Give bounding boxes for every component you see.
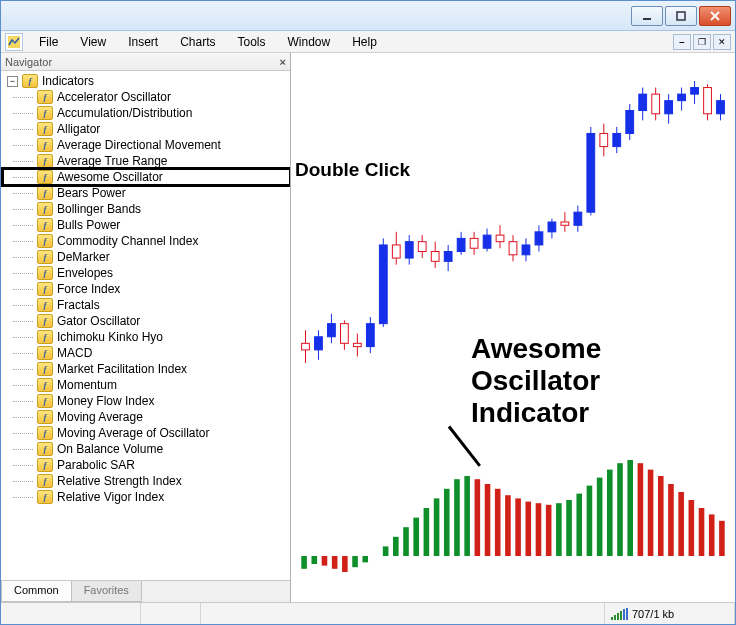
fx-icon: f (37, 458, 53, 472)
maximize-button[interactable] (665, 6, 697, 26)
svg-rect-30 (457, 238, 465, 251)
tree-item[interactable]: fMoving Average (3, 409, 290, 425)
tree-item[interactable]: fForce Index (3, 281, 290, 297)
navigator-close-icon[interactable]: × (280, 56, 286, 68)
tree-item[interactable]: fOn Balance Volume (3, 441, 290, 457)
close-button[interactable] (699, 6, 731, 26)
fx-icon: f (37, 90, 53, 104)
tree-item[interactable]: fAwesome Oscillator (3, 169, 290, 185)
collapse-icon[interactable]: − (7, 76, 18, 87)
tree-item-label: Accelerator Oscillator (57, 90, 171, 104)
tree-item[interactable]: fAlligator (3, 121, 290, 137)
window-titlebar (1, 1, 735, 31)
tree-item-label: Momentum (57, 378, 117, 392)
tree-item[interactable]: fAccumulation/Distribution (3, 105, 290, 121)
tree-item[interactable]: fDeMarker (3, 249, 290, 265)
menu-file[interactable]: File (29, 33, 68, 51)
tree-item-label: Bollinger Bands (57, 202, 141, 216)
navigator-panel: Navigator × − f Indicators fAccelerator … (1, 53, 291, 602)
fx-icon: f (37, 490, 53, 504)
tree-item[interactable]: fAverage Directional Movement (3, 137, 290, 153)
tree-item[interactable]: fEnvelopes (3, 265, 290, 281)
tree-item[interactable]: fBulls Power (3, 217, 290, 233)
tree-item[interactable]: fBollinger Bands (3, 201, 290, 217)
tree-item-label: Gator Oscillator (57, 314, 140, 328)
status-cell (141, 603, 201, 624)
navigator-title: Navigator (5, 56, 52, 68)
tab-favorites[interactable]: Favorites (71, 581, 142, 602)
tree-item-label: Awesome Oscillator (57, 170, 163, 184)
tree-item[interactable]: fMomentum (3, 377, 290, 393)
fx-icon: f (37, 170, 53, 184)
fx-icon: f (37, 410, 53, 424)
svg-rect-60 (652, 94, 660, 114)
mdi-restore-button[interactable]: ❐ (693, 34, 711, 50)
tree-item[interactable]: fGator Oscillator (3, 313, 290, 329)
tree-item-label: Ichimoku Kinko Hyo (57, 330, 163, 344)
fx-icon: f (37, 138, 53, 152)
tree-item-label: Bulls Power (57, 218, 120, 232)
fx-icon: f (37, 266, 53, 280)
price-chart (291, 53, 735, 601)
tree-item[interactable]: fMarket Facilitation Index (3, 361, 290, 377)
fx-icon: f (37, 362, 53, 376)
chart-area[interactable]: Double Click AwesomeOscillatorIndicator (291, 53, 735, 602)
status-cell (201, 603, 605, 624)
tree-item-label: Average True Range (57, 154, 168, 168)
tree-item[interactable]: fMACD (3, 345, 290, 361)
status-connection: 707/1 kb (605, 603, 735, 624)
tree-item[interactable]: fIchimoku Kinko Hyo (3, 329, 290, 345)
menu-view[interactable]: View (70, 33, 116, 51)
tree-item[interactable]: fParabolic SAR (3, 457, 290, 473)
annotation-double-click: Double Click (295, 159, 410, 181)
svg-rect-70 (717, 101, 725, 114)
tree-item[interactable]: fMoney Flow Index (3, 393, 290, 409)
app-window: File View Insert Charts Tools Window Hel… (0, 0, 736, 625)
svg-rect-64 (678, 94, 686, 101)
app-icon (5, 33, 23, 51)
fx-icon: f (37, 442, 53, 456)
folder-fx-icon: f (22, 74, 38, 88)
svg-rect-36 (496, 235, 504, 242)
mdi-minimize-button[interactable]: ‒ (673, 34, 691, 50)
tree-item[interactable]: fRelative Strength Index (3, 473, 290, 489)
svg-rect-52 (600, 133, 608, 146)
minimize-button[interactable] (631, 6, 663, 26)
svg-rect-18 (379, 245, 387, 324)
tree-item-label: Money Flow Index (57, 394, 154, 408)
menu-charts[interactable]: Charts (170, 33, 225, 51)
menubar: File View Insert Charts Tools Window Hel… (1, 31, 735, 53)
menu-insert[interactable]: Insert (118, 33, 168, 51)
svg-rect-20 (392, 245, 400, 258)
mdi-close-button[interactable]: ✕ (713, 34, 731, 50)
tree-item[interactable]: fRelative Vigor Index (3, 489, 290, 505)
svg-rect-54 (613, 133, 621, 146)
fx-icon: f (37, 250, 53, 264)
tree-item-label: Relative Strength Index (57, 474, 182, 488)
fx-icon: f (37, 474, 53, 488)
tree-item[interactable]: fCommodity Channel Index (3, 233, 290, 249)
tree-item[interactable]: fAccelerator Oscillator (3, 89, 290, 105)
tree-item-label: On Balance Volume (57, 442, 163, 456)
tree-item-label: MACD (57, 346, 92, 360)
tree-item-label: Relative Vigor Index (57, 490, 164, 504)
svg-rect-34 (483, 235, 491, 248)
tree-item[interactable]: fAverage True Range (3, 153, 290, 169)
navigator-tree[interactable]: − f Indicators fAccelerator OscillatorfA… (1, 71, 290, 580)
tree-item[interactable]: fFractals (3, 297, 290, 313)
svg-rect-48 (574, 212, 582, 225)
fx-icon: f (37, 314, 53, 328)
tree-item-label: Accumulation/Distribution (57, 106, 192, 120)
tree-item[interactable]: fBears Power (3, 185, 290, 201)
tab-common[interactable]: Common (1, 581, 71, 602)
tree-item[interactable]: fMoving Average of Oscillator (3, 425, 290, 441)
fx-icon: f (37, 298, 53, 312)
tree-root-indicators[interactable]: − f Indicators (3, 73, 290, 89)
svg-rect-24 (418, 242, 426, 252)
menu-help[interactable]: Help (342, 33, 387, 51)
svg-rect-16 (366, 324, 374, 347)
menu-window[interactable]: Window (278, 33, 341, 51)
menu-tools[interactable]: Tools (228, 33, 276, 51)
svg-rect-40 (522, 245, 530, 255)
svg-rect-46 (561, 222, 569, 225)
